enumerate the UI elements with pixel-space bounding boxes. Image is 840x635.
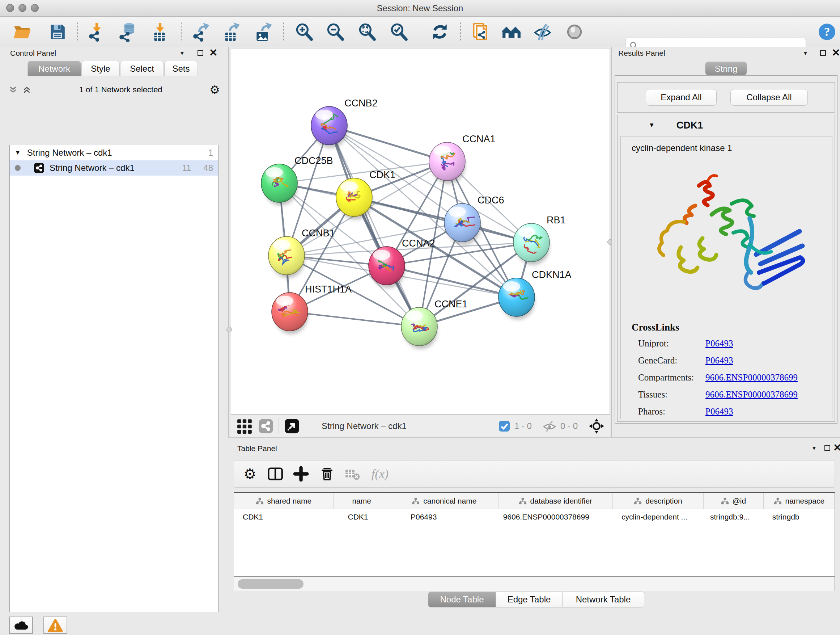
network-collection-row[interactable]: ▼ String Network – cdk1 1 xyxy=(10,145,218,160)
preview-orb-icon[interactable] xyxy=(564,22,584,42)
help-icon[interactable]: ? xyxy=(817,22,837,42)
gene-collapse-icon[interactable]: ▼ xyxy=(649,122,655,129)
table-row[interactable]: CDK1 CDK1 P06493 9606.ENSP00000378699 cy… xyxy=(234,509,835,525)
node-CDK1[interactable]: CDK1 xyxy=(336,169,395,220)
node-HIST1H1A[interactable]: HIST1H1A xyxy=(272,284,352,334)
tab-network-table[interactable]: Network Table xyxy=(562,592,644,608)
import-table-file-icon[interactable] xyxy=(150,22,171,42)
delete-column-icon[interactable] xyxy=(319,466,335,481)
table-options-gear-icon[interactable]: ⚙ xyxy=(243,467,256,481)
tab-sets[interactable]: Sets xyxy=(164,61,198,76)
vertical-splitter-handle-left[interactable] xyxy=(226,327,232,333)
panel-menu-icon[interactable]: ▼ xyxy=(812,445,817,451)
zoom-out-icon[interactable] xyxy=(325,22,345,42)
collapse-all-button[interactable]: Collapse All xyxy=(730,89,808,106)
crosslink-link[interactable]: P06493 xyxy=(706,356,733,372)
export-image-icon[interactable] xyxy=(253,22,273,42)
node-RB1[interactable]: RB1 xyxy=(513,215,566,265)
scrollbar-thumb[interactable] xyxy=(238,579,303,589)
column-header-database-identifier[interactable]: database identifier xyxy=(499,493,613,509)
cell-namespace[interactable]: stringdb xyxy=(764,509,835,525)
show-columns-icon[interactable] xyxy=(267,466,283,482)
import-network-file-icon[interactable] xyxy=(87,22,107,42)
zoom-selected-icon[interactable] xyxy=(388,22,409,42)
protein-structure-image xyxy=(641,160,811,305)
crosslink-link[interactable]: 9606.ENSP00000378699 xyxy=(706,390,798,407)
open-session-icon[interactable] xyxy=(12,22,33,42)
function-builder-icon[interactable]: f(x) xyxy=(371,467,388,481)
cell-description[interactable]: cyclin-dependent ... xyxy=(613,509,704,525)
column-header-description[interactable]: description xyxy=(613,493,704,509)
tab-network[interactable]: Network xyxy=(27,61,81,76)
crosslink-link[interactable]: P06493 xyxy=(706,339,733,356)
collapse-all-tree-icon[interactable] xyxy=(22,85,32,95)
table-horizontal-scrollbar[interactable] xyxy=(234,577,835,591)
cell-shared-name[interactable]: CDK1 xyxy=(234,509,333,525)
column-header-namespace[interactable]: namespace xyxy=(764,493,835,509)
tab-style[interactable]: Style xyxy=(81,61,120,76)
cell-name[interactable]: CDK1 xyxy=(333,509,390,525)
import-network-database-icon[interactable] xyxy=(118,22,138,42)
network-row-selected[interactable]: String Network – cdk1 11 48 xyxy=(10,160,218,176)
network-canvas[interactable]: CCNB2CCNA1CDC25BCDK1CDC6RB1CCNB1CCNA2CDK… xyxy=(231,48,610,415)
collection-count: 1 xyxy=(208,148,213,158)
panel-menu-icon[interactable]: ▼ xyxy=(803,50,808,56)
refresh-icon[interactable] xyxy=(430,22,450,42)
panel-menu-icon[interactable]: ▼ xyxy=(180,50,185,56)
gene-name: CDK1 xyxy=(676,120,703,131)
save-session-icon[interactable] xyxy=(47,22,68,42)
share-document-icon[interactable] xyxy=(470,22,491,42)
tab-edge-table[interactable]: Edge Table xyxy=(496,592,562,608)
hide-selected-icon[interactable] xyxy=(532,22,553,42)
birdseye-grid-icon[interactable] xyxy=(237,418,253,434)
collection-expand-icon[interactable]: ▼ xyxy=(15,149,21,156)
gene-header-row[interactable]: ▼ CDK1 xyxy=(617,115,835,135)
cell-canonical-name[interactable]: P06493 xyxy=(390,509,499,525)
panel-close-icon[interactable]: ✕ xyxy=(832,50,840,56)
column-header-name[interactable]: name xyxy=(333,493,390,509)
panel-close-icon[interactable]: ✕ xyxy=(833,445,840,451)
open-in-window-icon[interactable] xyxy=(284,418,300,434)
selected-checkbox-icon[interactable] xyxy=(499,420,510,432)
network-share-icon-gray[interactable] xyxy=(258,418,273,434)
expand-all-button[interactable]: Expand All xyxy=(646,89,717,106)
tab-select[interactable]: Select xyxy=(120,61,164,76)
crosslink-link[interactable]: P06493 xyxy=(706,407,733,419)
panel-float-icon[interactable] xyxy=(197,50,203,56)
panel-float-icon[interactable] xyxy=(824,445,830,451)
node-CCNB2[interactable]: CCNB2 xyxy=(311,98,378,148)
node-CCNE1[interactable]: CCNE1 xyxy=(401,299,468,349)
zoom-in-icon[interactable] xyxy=(294,22,314,42)
network-options-gear-icon[interactable]: ⚙ xyxy=(210,84,220,96)
node-CDC6[interactable]: CDC6 xyxy=(444,195,504,245)
tab-string[interactable]: String xyxy=(705,62,747,75)
column-header-id[interactable]: @id xyxy=(704,493,764,509)
table-toolbar: ⚙ f(x) xyxy=(234,460,835,488)
string-home-icon[interactable] xyxy=(501,22,522,42)
fit-content-crosshair-icon[interactable] xyxy=(588,418,605,434)
zoom-fit-icon[interactable] xyxy=(357,22,377,42)
node-CDC25B[interactable]: CDC25B xyxy=(261,155,333,206)
cell-id[interactable]: stringdb:9... xyxy=(704,509,764,525)
node-CCNB1[interactable]: CCNB1 xyxy=(268,228,335,278)
warning-button[interactable] xyxy=(43,616,67,634)
add-column-icon[interactable] xyxy=(294,466,309,481)
expand-all-tree-icon[interactable] xyxy=(8,85,18,95)
results-panel-title: Results Panel xyxy=(618,49,665,57)
panel-close-icon[interactable]: ✕ xyxy=(209,50,218,56)
export-table-icon[interactable] xyxy=(222,22,242,42)
tab-node-table[interactable]: Node Table xyxy=(428,592,496,608)
crosslink-link[interactable]: 9606.ENSP00000378699 xyxy=(706,372,798,390)
column-type-icon xyxy=(634,497,642,505)
node-CDKN1A[interactable]: CDKN1A xyxy=(499,269,572,320)
delete-table-icon[interactable] xyxy=(345,467,361,481)
panel-float-icon[interactable] xyxy=(820,50,826,56)
cloud-button[interactable] xyxy=(9,616,33,634)
column-header-shared-name[interactable]: shared name xyxy=(234,493,333,509)
cell-database-identifier[interactable]: 9606.ENSP00000378699 xyxy=(499,509,613,525)
crosslinks-title: CrossLinks xyxy=(632,322,679,333)
column-header-canonical-name[interactable]: canonical name xyxy=(390,493,499,509)
export-network-icon[interactable] xyxy=(191,22,211,42)
hidden-eye-icon[interactable] xyxy=(542,420,557,432)
node-table[interactable]: shared name name canonical name database… xyxy=(234,492,835,577)
